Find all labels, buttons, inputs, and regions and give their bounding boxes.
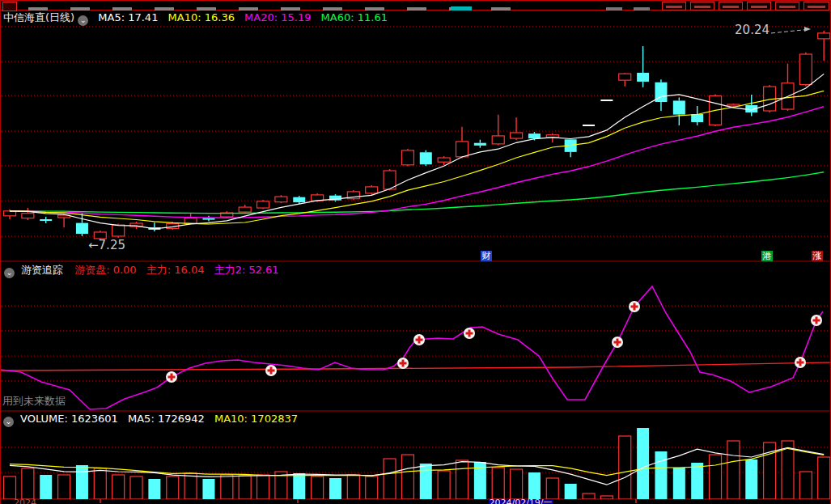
- indicator-value-2: 主力: 16.04: [146, 264, 205, 276]
- indicator-title: 游资追踪: [21, 264, 63, 276]
- volume-label: VOLUME: 1623601: [20, 413, 118, 425]
- ma60-label: MA60: 11.61: [321, 11, 388, 23]
- ma10-label: MA10: 16.36: [168, 11, 235, 23]
- ma5-label: MA5: 17.41: [98, 11, 158, 23]
- volume-ma5-label: MA5: 1726942: [128, 413, 205, 425]
- indicator-value-1: 游资盘: 0.00: [74, 264, 136, 276]
- axis-date-label-left: 2024: [14, 498, 36, 504]
- axis-selected-date-label: 2024/02/19/一: [489, 499, 553, 504]
- low-price-label: ←7.25: [88, 239, 125, 252]
- ma20-label: MA20: 15.19: [244, 11, 311, 23]
- indicator-header: ⌄游资追踪 游资盘: 0.00 主力: 16.04 主力2: 52.61: [4, 265, 286, 278]
- event-marker-finance[interactable]: 财: [481, 251, 492, 261]
- event-marker-rise[interactable]: 涨: [812, 251, 823, 261]
- indicator-value-3: 主力2: 52.61: [214, 264, 279, 276]
- volume-ma10-label: MA10: 1702837: [214, 413, 298, 425]
- chevron-down-icon[interactable]: ⌄: [78, 15, 88, 26]
- trading-app-window: 中信海直(日线)⌄ MA5: 17.41 MA10: 16.36 MA20: 1…: [0, 0, 831, 504]
- stock-title: 中信海直(日线): [3, 11, 74, 23]
- main-chart-header: 中信海直(日线)⌄ MA5: 17.41 MA10: 16.36 MA20: 1…: [3, 12, 394, 26]
- chevron-down-icon[interactable]: ⌄: [4, 268, 15, 278]
- volume-header: ⌄VOLUME: 1623601 MA5: 1726942 MA10: 1702…: [3, 413, 304, 427]
- event-marker-hk[interactable]: 港: [761, 251, 773, 261]
- chevron-down-icon[interactable]: ⌄: [3, 417, 14, 427]
- future-data-warning: 用到未来数据: [2, 394, 66, 409]
- high-price-label: 20.24: [727, 24, 770, 36]
